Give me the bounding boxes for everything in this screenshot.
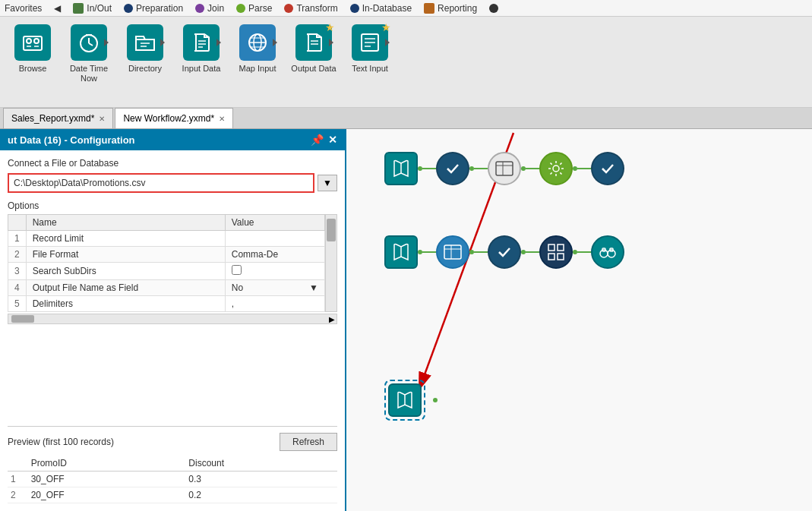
- tab-sales-close[interactable]: ✕: [99, 115, 105, 123]
- tool-textinput[interactable]: ★ Text Input: [343, 21, 397, 77]
- node-book-2[interactable]: [384, 235, 418, 269]
- conn-8: [573, 250, 591, 254]
- tool-mapinput[interactable]: Map Input: [231, 21, 284, 77]
- menu-indatabase[interactable]: In-Database: [350, 3, 412, 14]
- menu-more[interactable]: [489, 4, 498, 13]
- tab-sales[interactable]: Sales_Report.yxmd* ✕: [3, 108, 113, 128]
- preview-row2-num: 2: [8, 487, 24, 503]
- search-subdirs-checkbox[interactable]: [232, 265, 242, 275]
- selected-node-wrapper[interactable]: [384, 380, 425, 421]
- svg-rect-0: [24, 36, 42, 50]
- panel-close-icon[interactable]: ✕: [328, 134, 337, 146]
- workflow-row-1: [384, 152, 624, 185]
- scroll-right[interactable]: ▶: [327, 315, 336, 323]
- svg-point-1: [27, 39, 31, 43]
- row3-name: Search SubDirs: [26, 263, 225, 280]
- selected-node-container[interactable]: [384, 380, 425, 421]
- tab-newworkflow-close[interactable]: ✕: [219, 115, 225, 123]
- row2-num: 2: [8, 247, 27, 263]
- svg-line-7: [89, 43, 93, 46]
- tab-bar: Sales_Report.yxmd* ✕ New Workflow2.yxmd*…: [0, 108, 812, 129]
- table-row: 5 Delimiters ,: [8, 296, 325, 312]
- row3-value[interactable]: [225, 263, 324, 280]
- refresh-button[interactable]: Refresh: [280, 433, 337, 451]
- node-check-3[interactable]: [488, 235, 521, 269]
- table-row: 2 File Format Comma-De: [8, 247, 325, 263]
- panel-header-icons: 📌 ✕: [311, 134, 337, 146]
- menu-transform[interactable]: Transform: [284, 3, 337, 14]
- preview-section: Preview (first 100 records) Refresh Prom…: [8, 433, 337, 503]
- preview-header: Preview (first 100 records) Refresh: [8, 433, 337, 451]
- preview-col-discount: Discount: [181, 456, 337, 472]
- svg-rect-39: [558, 254, 564, 260]
- tool-inputdata[interactable]: Input Data: [175, 21, 228, 77]
- row5-value[interactable]: ,: [225, 296, 324, 312]
- arrow-svg: [346, 129, 812, 511]
- canvas-area[interactable]: [346, 129, 812, 511]
- options-scrollbar[interactable]: [325, 214, 337, 312]
- svg-point-31: [553, 166, 559, 172]
- tool-datetime-label: Date Time Now: [65, 64, 112, 84]
- list-item: 2 20_OFF 0.2: [8, 487, 337, 503]
- options-section: Options Name Value: [8, 200, 337, 420]
- row2-name: File Format: [26, 247, 225, 263]
- table-row: 4 Output File Name as Field No ▼: [8, 280, 325, 296]
- tool-browse[interactable]: Browse: [6, 21, 59, 77]
- node-binoculars-1[interactable]: [591, 235, 624, 269]
- conn-2: [469, 166, 488, 171]
- table-row: 3 Search SubDirs: [8, 263, 325, 280]
- tool-directory[interactable]: Directory: [118, 21, 172, 77]
- menu-join[interactable]: Join: [195, 3, 224, 14]
- panel-pin-icon[interactable]: 📌: [311, 134, 324, 146]
- panel-header: ut Data (16) - Configuration 📌 ✕: [0, 129, 345, 150]
- menu-reporting[interactable]: Reporting: [424, 3, 477, 14]
- preview-col-promoid: PromoID: [24, 456, 182, 472]
- row4-num: 4: [8, 280, 27, 296]
- svg-rect-33: [444, 245, 461, 259]
- col-value-header: Value: [225, 215, 324, 231]
- svg-rect-37: [558, 244, 564, 251]
- svg-point-2: [34, 39, 39, 43]
- node-table-2[interactable]: [436, 235, 469, 269]
- preview-row2-discount: 0.2: [181, 487, 337, 503]
- node-check-1[interactable]: [436, 152, 469, 185]
- node-check-2[interactable]: [591, 152, 624, 185]
- divider: [8, 426, 337, 427]
- tool-outputdata[interactable]: ★ Output Data: [287, 21, 340, 77]
- file-path-input[interactable]: [8, 173, 314, 193]
- node-book-1[interactable]: [384, 152, 418, 185]
- menu-favorites[interactable]: Favorites: [5, 3, 42, 14]
- node-table-1[interactable]: [488, 152, 521, 185]
- table-row: 1 Record Limit: [8, 231, 325, 247]
- tab-newworkflow-label: New Workflow2.yxmd*: [123, 113, 214, 124]
- menu-separator: ◀: [54, 3, 61, 14]
- left-panel: ut Data (16) - Configuration 📌 ✕ Connect…: [0, 129, 346, 511]
- tool-outputdata-label: Output Data: [291, 64, 336, 74]
- row3-num: 3: [8, 263, 27, 280]
- menu-parse[interactable]: Parse: [236, 3, 272, 14]
- panel-body: Connect a File or Database ▼ Options Nam…: [0, 150, 345, 511]
- file-dropdown-button[interactable]: ▼: [318, 175, 337, 191]
- tool-directory-label: Directory: [128, 64, 162, 74]
- node-grid-1[interactable]: [539, 235, 573, 269]
- node-gear-1[interactable]: [539, 152, 573, 185]
- row5-num: 5: [8, 296, 27, 312]
- conn-7: [521, 250, 539, 254]
- preview-row2-promoid: 20_OFF: [24, 487, 182, 503]
- tool-datetime[interactable]: Date Time Now: [62, 21, 115, 87]
- menu-bar: Favorites ◀ In/Out Preparation Join Pars…: [0, 0, 812, 17]
- menu-preparation[interactable]: Preparation: [124, 3, 183, 14]
- conn-1: [418, 166, 436, 171]
- row1-value[interactable]: [225, 231, 324, 247]
- horiz-scrollbar[interactable]: ▶: [8, 314, 337, 324]
- tab-newworkflow[interactable]: New Workflow2.yxmd* ✕: [115, 108, 233, 128]
- panel-title: ut Data (16) - Configuration: [8, 134, 135, 146]
- row4-value[interactable]: No ▼: [225, 280, 324, 296]
- node-book-selected[interactable]: [388, 383, 422, 417]
- options-label: Options: [8, 200, 337, 211]
- tab-sales-label: Sales_Report.yxmd*: [11, 113, 94, 124]
- row2-value[interactable]: Comma-De: [225, 247, 324, 263]
- menu-inout[interactable]: In/Out: [73, 3, 112, 14]
- preview-row1-discount: 0.3: [181, 472, 337, 487]
- options-table-scroll[interactable]: Name Value 1 Record Limit: [8, 214, 325, 312]
